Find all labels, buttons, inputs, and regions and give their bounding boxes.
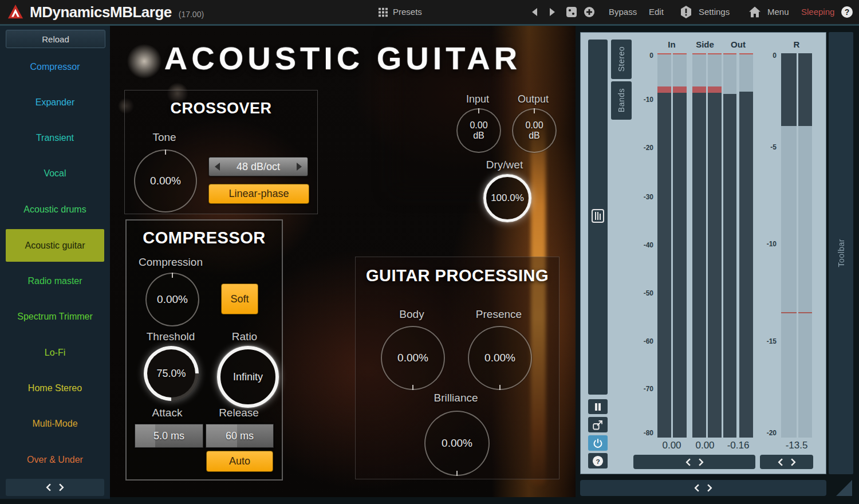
slope-value: 48 dB/oct — [237, 161, 280, 173]
question-icon: ? — [592, 455, 604, 467]
edit-button[interactable]: Edit — [649, 0, 664, 24]
knob-tick — [412, 385, 413, 390]
menu-button[interactable]: Menu — [767, 0, 789, 24]
sidebar-item-over-under[interactable]: Over & Under — [0, 452, 110, 467]
meter-help-button[interactable]: ? — [588, 453, 608, 468]
scale--40: -40 — [636, 241, 653, 249]
alerts-button[interactable] — [680, 6, 692, 18]
sidebar-item-compressor[interactable]: Compressor — [0, 60, 110, 74]
tone-value: 0.00% — [150, 175, 181, 187]
presets-grid-icon[interactable] — [378, 7, 388, 17]
meter-pause-button[interactable] — [588, 399, 608, 414]
linear-phase-button[interactable]: Linear-phase — [208, 184, 309, 204]
ratio-knob[interactable]: Infinity — [217, 346, 279, 408]
chevron-right-icon — [695, 458, 703, 466]
stepper-left-icon[interactable] — [215, 163, 220, 171]
bypass-button[interactable]: Bypass — [609, 0, 637, 24]
side-peak-value: 0.00 — [695, 440, 714, 451]
meter-group-out: Out — [731, 40, 746, 49]
meter-fill — [692, 93, 706, 438]
meter-power-button[interactable] — [588, 435, 608, 451]
tab-bands[interactable]: Bands — [611, 81, 632, 120]
pause-icon — [594, 403, 601, 411]
compressor-panel: COMPRESSOR Compression 0.00% Soft Thresh… — [125, 219, 283, 481]
dice-icon — [566, 6, 577, 18]
drywet-knob[interactable]: 100.0% — [483, 174, 531, 222]
toolbar-strip[interactable]: Toolbar — [829, 32, 853, 474]
meter-group-side: Side — [696, 40, 714, 49]
meter-fill — [739, 92, 753, 438]
r-scale--15: -15 — [759, 337, 777, 345]
sidebar-item-vocal[interactable]: Vocal — [0, 166, 110, 181]
meter-group-in: In — [668, 40, 675, 49]
expand-icon — [593, 420, 603, 430]
presets-button[interactable]: Presets — [393, 0, 422, 24]
meter-out-right — [739, 53, 753, 438]
tab-stereo[interactable]: Stereo — [611, 40, 632, 79]
window-resize-handle[interactable] — [836, 480, 852, 496]
gain-reduction-peak-line — [798, 312, 812, 313]
sidebar-scrollbar[interactable] — [6, 479, 104, 496]
sidebar-item-spectrum-trimmer[interactable]: Spectrum Trimmer — [0, 309, 110, 324]
release-value: 60 ms — [226, 430, 254, 442]
threshold-value: 75.0% — [156, 368, 186, 379]
body-knob[interactable]: 0.00% — [381, 326, 445, 390]
preset-sidebar: Reload Compressor Expander Transient Voc… — [0, 26, 111, 499]
sidebar-item-acoustic-guitar-selected[interactable]: Acoustic guitar — [6, 229, 104, 262]
knob-tick — [172, 273, 173, 278]
sidebar-item-transient[interactable]: Transient — [0, 131, 110, 145]
help-button[interactable]: ? — [841, 6, 853, 18]
meter-r-scrollbar[interactable] — [760, 455, 813, 469]
attack-slider[interactable]: 5.0 ms — [135, 424, 203, 448]
peak-line — [739, 53, 753, 54]
sidebar-item-home-stereo[interactable]: Home Stereo — [0, 381, 110, 396]
release-slider[interactable]: 60 ms — [206, 424, 274, 448]
sidebar-item-radio-master[interactable]: Radio master — [0, 274, 110, 289]
prev-preset-button[interactable] — [530, 7, 538, 17]
melda-logo[interactable] — [7, 3, 24, 21]
meter-in-right — [673, 53, 687, 438]
sidebar-item-lo-fi[interactable]: Lo-Fi — [0, 345, 110, 360]
input-unit: dB — [470, 131, 487, 141]
svg-text:?: ? — [596, 457, 600, 465]
slope-stepper[interactable]: 48 dB/oct — [208, 157, 308, 176]
meter-main-scrollbar[interactable] — [633, 455, 755, 469]
chevron-left-icon — [694, 484, 702, 492]
auto-release-button[interactable]: Auto — [206, 451, 273, 472]
r-scale--20: -20 — [759, 429, 777, 437]
compression-knob[interactable]: 0.00% — [145, 273, 199, 326]
threshold-knob[interactable]: 75.0% — [144, 346, 199, 401]
sidebar-item-multi-mode[interactable]: Multi-Mode — [0, 416, 110, 431]
guitar-processing-title: GUITAR PROCESSING — [356, 266, 559, 285]
help-icon: ? — [841, 6, 853, 18]
power-icon — [593, 438, 603, 448]
settings-button[interactable]: Settings — [699, 0, 730, 24]
sidebar-item-expander[interactable]: Expander — [0, 95, 110, 110]
knob-tick — [478, 108, 479, 113]
reload-button[interactable]: Reload — [6, 30, 105, 48]
meter-fill — [657, 93, 671, 438]
input-knob[interactable]: 0.00dB — [456, 108, 501, 153]
home-icon — [749, 7, 761, 18]
peak-band — [692, 86, 706, 93]
meter-panel-bottom-scrollbar[interactable] — [580, 480, 826, 496]
next-preset-button[interactable] — [549, 7, 557, 17]
presence-knob[interactable]: 0.00% — [468, 326, 532, 390]
meter-popout-button[interactable] — [588, 417, 608, 432]
crossover-panel: CROSSOVER Tone 0.00% 48 dB/oct Linear-ph… — [124, 90, 318, 214]
sleeping-status[interactable]: Sleeping — [801, 0, 834, 24]
stepper-right-icon[interactable] — [297, 163, 302, 171]
random-preset-button[interactable] — [566, 6, 577, 18]
sidebar-item-acoustic-drums[interactable]: Acoustic drums — [0, 202, 110, 217]
tone-knob[interactable]: 0.00% — [134, 149, 197, 212]
soft-knee-button[interactable]: Soft — [221, 284, 258, 314]
meter-vertical-slider[interactable] — [588, 40, 608, 395]
home-button[interactable] — [749, 7, 761, 18]
ratio-label: Ratio — [232, 330, 257, 343]
brilliance-label: Brilliance — [434, 392, 478, 404]
chevron-right-icon — [787, 458, 795, 466]
brilliance-knob[interactable]: 0.00% — [424, 411, 490, 476]
body-label: Body — [399, 308, 424, 321]
add-preset-button[interactable] — [584, 6, 595, 18]
output-knob[interactable]: 0.00dB — [512, 108, 557, 153]
